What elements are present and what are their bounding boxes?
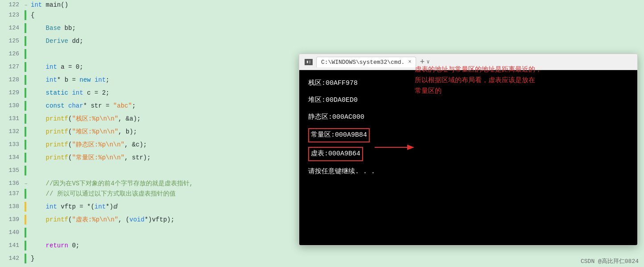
table-row: 138 int vftp = *(int*)ⅆ	[0, 202, 303, 215]
line-gutter	[25, 166, 29, 179]
line-number: 137	[0, 189, 25, 202]
table-row: 136− //因为在VS下对象的前4个字节存放的就是虚表指针,	[0, 179, 303, 189]
table-row: 125 Derive dd;	[0, 36, 303, 49]
line-gutter	[25, 49, 29, 62]
code-content: printf("静态区:%p\n\n", &c);	[29, 140, 303, 153]
table-row: 141 return 0;	[0, 241, 303, 254]
line-gutter	[25, 23, 29, 36]
line-gutter	[25, 127, 29, 140]
highlighted-value: 虚表:000A9B64	[308, 147, 363, 161]
line-number: 126	[0, 49, 25, 62]
code-content	[29, 49, 303, 62]
line-number: 129	[0, 88, 25, 101]
code-content: const char* str = "abc";	[29, 101, 303, 114]
table-row: 135	[0, 166, 303, 179]
line-gutter	[25, 140, 29, 153]
terminal-line	[308, 161, 628, 166]
code-content	[29, 166, 303, 179]
line-number: 134	[0, 153, 25, 166]
main-container: 122−int main()123{124 Base bb;125 Derive…	[0, 0, 644, 267]
terminal-line	[308, 142, 628, 147]
line-number: 141	[0, 241, 25, 254]
line-number: 138	[0, 202, 25, 215]
line-number: 131	[0, 114, 25, 127]
line-number: 130	[0, 101, 25, 114]
code-content: printf("堆区:%p\n\n", b);	[29, 127, 303, 140]
line-number: 128	[0, 75, 25, 88]
line-gutter	[25, 241, 29, 254]
table-row: 132 printf("堆区:%p\n\n", b);	[0, 127, 303, 140]
code-content: int main()	[29, 0, 303, 10]
annotation-area: 虚表的地址与常量区的地址是距离最近的，所以根据区域的布局看，虚表应该是放在常量区…	[415, 65, 589, 97]
cmd-icon: ▮▯	[305, 59, 313, 65]
line-number: 132	[0, 127, 25, 140]
line-gutter	[25, 202, 29, 215]
code-content: }	[29, 254, 303, 267]
tab-label: C:\WINDOWS\system32\cmd.	[321, 59, 405, 66]
tab-close-button[interactable]: ×	[408, 59, 411, 65]
line-number: 127	[0, 62, 25, 75]
terminal-line	[308, 107, 628, 111]
table-row: 139 printf("虚表:%p\n\n", (void*)vftp);	[0, 215, 303, 228]
code-content: //因为在VS下对象的前4个字节存放的就是虚表指针,	[29, 179, 303, 189]
code-content: int vftp = *(int*)ⅆ	[29, 202, 303, 215]
table-row: 130 const char* str = "abc";	[0, 101, 303, 114]
code-content: // 所以可以通过以下方式取出该虚表指针的值	[29, 189, 303, 202]
table-row: 127 int a = 0;	[0, 62, 303, 75]
line-gutter	[25, 254, 29, 267]
footer: CSDN @高比拜仁0824	[581, 257, 639, 265]
line-gutter	[25, 228, 29, 241]
annotation-arrow	[372, 134, 417, 161]
code-content: Derive dd;	[29, 36, 303, 49]
table-row: 124 Base bb;	[0, 23, 303, 36]
code-content: {	[29, 10, 303, 23]
line-number: 139	[0, 215, 25, 228]
table-row: 131 printf("栈区:%p\n\n", &a);	[0, 114, 303, 127]
code-content	[29, 228, 303, 241]
line-number: 124	[0, 23, 25, 36]
line-gutter	[25, 75, 29, 88]
terminal-line: 常量区:000A9B84	[308, 128, 628, 142]
table-row: 129 static int c = 2;	[0, 88, 303, 101]
table-row: 126	[0, 49, 303, 62]
annotation-text: 虚表的地址与常量区的地址是距离最近的，所以根据区域的布局看，虚表应该是放在常量区…	[415, 66, 542, 95]
line-number: 125	[0, 36, 25, 49]
line-gutter	[25, 189, 29, 202]
table-row: 122−int main()	[0, 0, 303, 10]
terminal-line: 静态区:000AC000	[308, 111, 628, 124]
line-gutter	[25, 88, 29, 101]
line-gutter: −	[25, 0, 29, 10]
code-content: return 0;	[29, 241, 303, 254]
tab-chevron-icon[interactable]: ∨	[426, 58, 429, 65]
line-gutter	[25, 215, 29, 228]
line-number: 142	[0, 254, 25, 267]
code-content: printf("虚表:%p\n\n", (void*)vftp);	[29, 215, 303, 228]
terminal-line	[308, 124, 628, 128]
terminal-line: 虚表:000A9B64	[308, 147, 628, 161]
table-row: 128 int* b = new int;	[0, 75, 303, 88]
table-row: 134 printf("常量区:%p\n\n", str);	[0, 153, 303, 166]
terminal-tab[interactable]: C:\WINDOWS\system32\cmd. ×	[316, 57, 416, 67]
line-number: 122	[0, 0, 25, 10]
line-number: 133	[0, 140, 25, 153]
line-number: 140	[0, 228, 25, 241]
code-content: Base bb;	[29, 23, 303, 36]
line-number: 135	[0, 166, 25, 179]
line-gutter	[25, 36, 29, 49]
line-number: 123	[0, 10, 25, 23]
line-gutter	[25, 101, 29, 114]
line-number: 136	[0, 179, 25, 189]
code-editor: 122−int main()123{124 Base bb;125 Derive…	[0, 0, 303, 267]
line-gutter	[25, 62, 29, 75]
code-table: 122−int main()123{124 Base bb;125 Derive…	[0, 0, 303, 267]
line-gutter	[25, 114, 29, 127]
table-row: 140	[0, 228, 303, 241]
footer-text: CSDN @高比拜仁0824	[581, 258, 639, 265]
code-content: printf("栈区:%p\n\n", &a);	[29, 114, 303, 127]
terminal-line: 请按任意键继续. . .	[308, 166, 628, 178]
line-gutter: −	[25, 179, 29, 189]
table-row: 137 // 所以可以通过以下方式取出该虚表指针的值	[0, 189, 303, 202]
line-gutter	[25, 10, 29, 23]
code-content: int* b = new int;	[29, 75, 303, 88]
table-row: 123{	[0, 10, 303, 23]
